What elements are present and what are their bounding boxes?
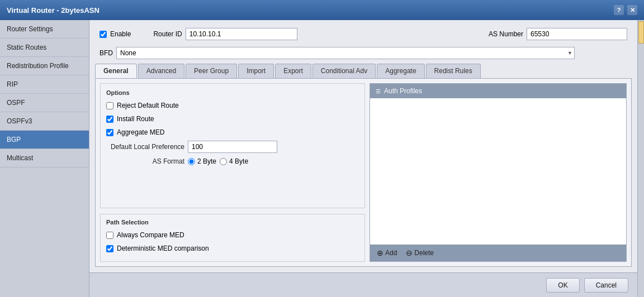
- options-panel: Options Reject Default Route Install Rou…: [100, 83, 365, 208]
- sidebar-item-rip[interactable]: RIP: [0, 75, 89, 94]
- always-compare-med-row: Always Compare MED: [106, 230, 359, 240]
- bfd-row: BFD None: [95, 47, 632, 59]
- add-icon: ⊕: [377, 248, 383, 257]
- deterministic-med-row: Deterministic MED comparison: [106, 243, 359, 253]
- default-local-pref-row: Default Local Preference: [106, 141, 359, 153]
- sidebar-item-router-settings[interactable]: Router Settings: [0, 20, 89, 39]
- deterministic-med-checkbox[interactable]: [106, 245, 113, 252]
- install-route-checkbox[interactable]: [106, 116, 113, 123]
- auth-profiles-title: Auth Profiles: [384, 87, 422, 95]
- reject-default-route-row: Reject Default Route: [106, 100, 359, 111]
- sidebar-item-static-routes[interactable]: Static Routes: [0, 39, 89, 57]
- main-window: Virtual Router - 2bytesASN ? ✕ Router Se…: [0, 0, 644, 297]
- bottom-bar: OK Cancel: [89, 272, 637, 297]
- as-number-row: AS Number: [489, 28, 627, 40]
- as-format-label: AS Format: [106, 157, 184, 165]
- enable-label: Enable: [110, 30, 131, 38]
- always-compare-med-label: Always Compare MED: [117, 231, 184, 239]
- options-title: Options: [106, 89, 359, 96]
- sidebar-item-multicast[interactable]: Multicast: [0, 149, 89, 167]
- main-content: Router Settings Static Routes Redistribu…: [0, 20, 644, 297]
- aggregate-med-checkbox[interactable]: [106, 129, 113, 136]
- title-bar: Virtual Router - 2bytesASN ? ✕: [0, 0, 644, 20]
- tab-export[interactable]: Export: [275, 64, 311, 78]
- reject-default-route-checkbox[interactable]: [106, 102, 113, 109]
- router-id-input[interactable]: [186, 28, 297, 40]
- aggregate-med-row: Aggregate MED: [106, 127, 359, 137]
- always-compare-med-checkbox[interactable]: [106, 232, 113, 239]
- auth-profiles-header-icon: ☰: [376, 88, 381, 94]
- as-format-row: AS Format 2 Byte 4 Byte: [106, 157, 359, 165]
- auth-profiles-body: [370, 98, 626, 245]
- enable-checkbox[interactable]: [100, 31, 107, 38]
- tab-import[interactable]: Import: [238, 64, 274, 78]
- as-format-2byte-label: 2 Byte: [197, 157, 216, 165]
- path-selection-title: Path Selection: [106, 219, 359, 226]
- delete-button[interactable]: ⊖ Delete: [404, 247, 436, 258]
- auth-profiles-footer: ⊕ Add ⊖ Delete: [370, 245, 626, 261]
- window-title: Virtual Router - 2bytesASN: [7, 6, 100, 15]
- tab-peer-group[interactable]: Peer Group: [186, 64, 237, 78]
- bfd-select[interactable]: None: [116, 47, 575, 59]
- install-route-row: Install Route: [106, 114, 359, 124]
- tab-advanced[interactable]: Advanced: [138, 64, 184, 78]
- add-button[interactable]: ⊕ Add: [375, 247, 399, 258]
- sidebar-item-ospfv3[interactable]: OSPFv3: [0, 112, 89, 131]
- as-format-2byte-group: 2 Byte: [188, 157, 216, 165]
- help-icon[interactable]: ?: [614, 5, 624, 15]
- tab-redist-rules[interactable]: Redist Rules: [426, 64, 481, 78]
- cancel-button[interactable]: Cancel: [584, 278, 628, 293]
- title-bar-icons: ? ✕: [614, 5, 637, 15]
- as-number-label: AS Number: [489, 30, 523, 38]
- tab-content-general: Options Reject Default Route Install Rou…: [95, 78, 632, 267]
- deterministic-med-label: Deterministic MED comparison: [117, 245, 209, 252]
- sidebar: Router Settings Static Routes Redistribu…: [0, 20, 89, 297]
- path-selection-panel: Path Selection Always Compare MED Determ…: [100, 214, 365, 262]
- ok-button[interactable]: OK: [546, 278, 579, 293]
- tab-aggregate[interactable]: Aggregate: [377, 64, 424, 78]
- auth-profiles-header: ☰ Auth Profiles: [370, 84, 626, 98]
- delete-icon: ⊖: [406, 248, 413, 257]
- default-local-pref-label: Default Local Preference: [106, 143, 184, 151]
- close-icon[interactable]: ✕: [627, 5, 637, 15]
- tab-general[interactable]: General: [95, 64, 137, 78]
- as-format-2byte-radio[interactable]: [188, 158, 195, 165]
- sidebar-item-ospf[interactable]: OSPF: [0, 94, 89, 112]
- router-id-row: Router ID: [153, 28, 297, 40]
- tabs-bar: General Advanced Peer Group Import Expor…: [95, 64, 632, 78]
- default-local-pref-input[interactable]: [188, 141, 277, 153]
- sidebar-item-redistribution-profile[interactable]: Redistribution Profile: [0, 57, 89, 75]
- content-area: Enable Router ID AS Number BFD: [89, 20, 637, 272]
- install-route-label: Install Route: [117, 115, 154, 123]
- as-number-input[interactable]: [527, 28, 627, 40]
- auth-profiles-panel: ☰ Auth Profiles ⊕ Add ⊖ Delete: [370, 83, 627, 262]
- scrollbar-track[interactable]: [637, 20, 644, 297]
- enable-row: Enable: [100, 30, 131, 38]
- sidebar-item-bgp[interactable]: BGP: [0, 131, 89, 149]
- as-format-4byte-label: 4 Byte: [229, 157, 248, 165]
- scrollbar-thumb[interactable]: [638, 21, 644, 44]
- as-format-4byte-group: 4 Byte: [220, 157, 248, 165]
- router-id-label: Router ID: [153, 30, 182, 38]
- bfd-label: BFD: [100, 49, 113, 57]
- as-format-4byte-radio[interactable]: [220, 158, 227, 165]
- tab-conditional-adv[interactable]: Conditional Adv: [312, 64, 376, 78]
- reject-default-route-label: Reject Default Route: [117, 102, 179, 109]
- bfd-select-wrapper: None: [116, 47, 575, 59]
- aggregate-med-label: Aggregate MED: [117, 128, 164, 136]
- top-controls: Enable Router ID AS Number: [95, 26, 632, 42]
